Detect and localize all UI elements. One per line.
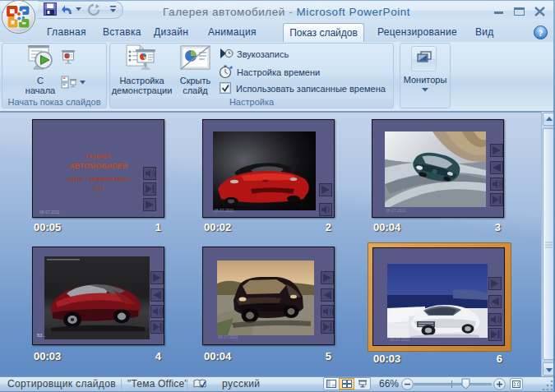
svg-text:?: ? bbox=[539, 28, 543, 38]
